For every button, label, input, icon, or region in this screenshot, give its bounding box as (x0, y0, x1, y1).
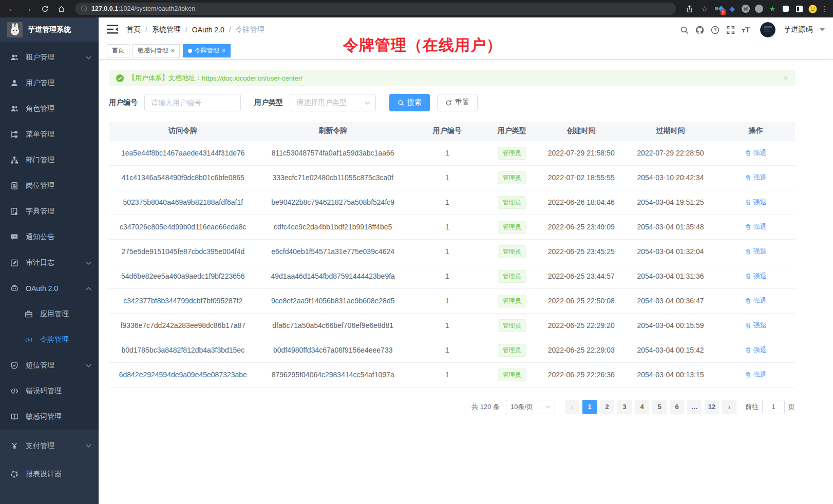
sidebar-logo-row[interactable]: 芋道管理系统 (0, 17, 99, 42)
extension-record-icon[interactable] (754, 4, 764, 14)
browser-home-icon[interactable] (54, 2, 68, 15)
page-button-12[interactable]: 12 (705, 400, 719, 414)
address-bar[interactable]: ⓘ 127.0.0.1:1024/system/oauth2/token (75, 3, 676, 15)
sidebar-item-sms[interactable]: 短信管理 (0, 353, 99, 378)
access-token-cell: b0d1785bc3a8482f812db4a3f3bd15ec (109, 338, 257, 362)
chevron-down-icon (545, 405, 551, 409)
sidebar-item-dict[interactable]: 字典管理 (0, 199, 99, 224)
access-token-cell: 502375b8040a469a9b82188afdf6af1f (109, 190, 257, 215)
sidebar-item-menu[interactable]: 菜单管理 (0, 122, 99, 147)
extension-blocks-icon[interactable]: 9 (714, 4, 724, 14)
refresh-token-cell: be90422b8c7946218275a508bf524fc9 (257, 190, 409, 215)
extension-gem-icon[interactable]: ◆ (727, 4, 737, 14)
goto-label: 前往 (745, 402, 759, 412)
prev-page-button[interactable]: ‹ (565, 400, 579, 414)
page-button-2[interactable]: 2 (600, 400, 614, 414)
fullscreen-icon[interactable] (725, 25, 735, 35)
sidebar-item-sensitive[interactable]: 敏感词管理 (0, 404, 99, 430)
sidebar-item-pay[interactable]: 支付管理 (0, 432, 99, 460)
page-button-6[interactable]: 6 (670, 400, 684, 414)
user-type-select[interactable]: 请选择用户类型 (290, 94, 376, 111)
sidebar-item-oauth2[interactable]: OAuth 2.0 (0, 276, 99, 301)
page-size-select[interactable]: 10条/页 (506, 400, 555, 414)
share-icon[interactable] (683, 3, 695, 15)
sidebar-item-user[interactable]: 用户管理 (0, 70, 99, 96)
sidebar-item-role[interactable]: 角色管理 (0, 96, 99, 122)
trash-icon (745, 224, 751, 230)
goto-page-input[interactable] (762, 400, 785, 414)
sidebar-item-report[interactable]: 报表设计器 (0, 460, 99, 488)
next-page-button[interactable]: › (722, 400, 736, 414)
close-icon[interactable]: × (222, 48, 225, 54)
page-button-5[interactable]: 5 (652, 400, 667, 414)
sidebar-item-oauth2-app[interactable]: 应用管理 (0, 301, 99, 327)
breadcrumb-home[interactable]: 首页 (126, 25, 141, 34)
user-id-input[interactable] (144, 94, 241, 111)
force-logout-button[interactable]: 强退 (745, 272, 767, 281)
force-logout-label: 强退 (753, 173, 767, 182)
page-more-button[interactable]: … (687, 400, 702, 414)
page-button-3[interactable]: 3 (617, 400, 632, 414)
browser-forward-icon[interactable]: → (22, 2, 35, 15)
force-logout-button[interactable]: 强退 (745, 296, 767, 305)
column-header: 用户编号 (409, 122, 486, 141)
font-size-icon[interactable] (741, 25, 751, 35)
browser-menu-icon[interactable]: ⋮ (821, 5, 828, 13)
sidebar-item-audit[interactable]: 审计日志 (0, 250, 99, 276)
tab-home[interactable]: 首页 (107, 44, 129, 57)
doc-link[interactable]: https://doc.iocoder.cn/user-center/ (202, 74, 302, 82)
site-info-icon[interactable]: ⓘ (81, 5, 87, 13)
refresh-token-cell: 49d1aa46d1454fbd87591444423be9fa (257, 264, 409, 288)
navbar-actions: 芋道源码 (679, 22, 825, 37)
search-button[interactable]: 搜索 (389, 94, 430, 111)
user-caret-down-icon[interactable] (820, 28, 825, 31)
close-icon[interactable]: × (171, 48, 175, 54)
column-header: 访问令牌 (109, 122, 257, 141)
sidebar-item-post[interactable]: 岗位管理 (0, 173, 99, 199)
browser-back-icon[interactable]: ← (5, 2, 18, 15)
sidebar-item-label: 支付管理 (26, 441, 79, 451)
extension-splitscreen-icon[interactable] (794, 4, 804, 14)
reset-button[interactable]: 重置 (437, 94, 478, 111)
user-id-cell: 1 (409, 313, 486, 338)
access-token-cell: c342377bf8b344799dcbf7bf095287f2 (109, 288, 257, 313)
sidebar-item-dept[interactable]: 部门管理 (0, 147, 99, 173)
tab-token[interactable]: 令牌管理× (183, 44, 231, 57)
user-avatar[interactable] (760, 22, 775, 37)
force-logout-button[interactable]: 强退 (745, 198, 767, 207)
page-button-1[interactable]: 1 (582, 400, 597, 414)
sidebar-item-oauth2-token[interactable]: 令牌管理 (0, 327, 99, 353)
sidebar-fold-icon[interactable] (107, 25, 118, 35)
browser-profile-avatar[interactable] (807, 4, 818, 14)
username-label[interactable]: 芋道源码 (784, 25, 812, 34)
alert-close-icon[interactable]: × (784, 74, 788, 82)
access-token-cell: 1ea5e44f8bc1467aaede43144f31de76 (109, 141, 257, 165)
force-logout-button[interactable]: 强退 (745, 321, 767, 330)
sidebar-item-tenant[interactable]: 租户管理 (0, 45, 99, 70)
extension-puzzle-icon[interactable] (781, 4, 791, 14)
chevron-down-icon (86, 444, 91, 448)
bookmark-star-icon[interactable]: ☆ (698, 3, 711, 15)
force-logout-button[interactable]: 强退 (745, 148, 767, 158)
chevron-down-icon (86, 364, 91, 367)
extension-star-icon[interactable]: ★ (767, 4, 778, 14)
breadcrumb-system[interactable]: 系统管理 (152, 25, 181, 34)
header-search-icon[interactable] (679, 25, 689, 35)
page-button-4[interactable]: 4 (635, 400, 649, 414)
browser-reload-icon[interactable] (38, 2, 51, 15)
search-button-label: 搜索 (407, 98, 422, 107)
sidebar-item-errcode[interactable]: 错误码管理 (0, 378, 99, 404)
force-logout-button[interactable]: 强退 (745, 222, 767, 231)
github-icon[interactable] (694, 25, 705, 35)
sidebar-item-label: 菜单管理 (26, 130, 91, 139)
force-logout-button[interactable]: 强退 (745, 370, 767, 379)
tab-sensitive-word[interactable]: 敏感词管理× (132, 44, 180, 57)
sidebar-item-notice[interactable]: 通知公告 (0, 224, 99, 250)
breadcrumb-oauth[interactable]: OAuth 2.0 (192, 26, 224, 34)
dept-icon (10, 156, 18, 164)
force-logout-button[interactable]: 强退 (745, 247, 767, 256)
help-icon[interactable] (710, 25, 720, 35)
force-logout-button[interactable]: 强退 (745, 173, 767, 182)
force-logout-button[interactable]: 强退 (745, 345, 767, 355)
extension-command-icon[interactable]: ⌘ (741, 4, 751, 14)
